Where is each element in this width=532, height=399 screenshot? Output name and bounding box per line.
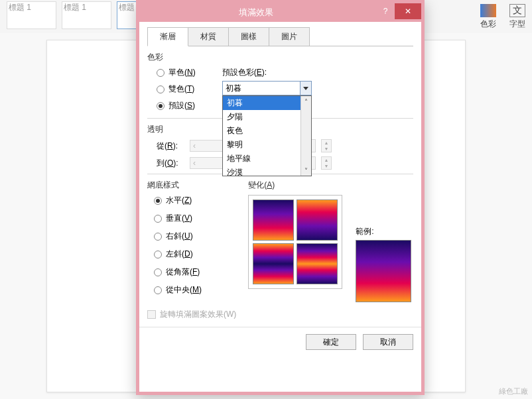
- shading-style-label: 網底樣式: [147, 180, 235, 191]
- variation-option[interactable]: [297, 200, 338, 241]
- radio-icon: [157, 69, 165, 77]
- ribbon-fonts-button[interactable]: 文 字型: [504, 2, 531, 31]
- sample-label: 範例:: [356, 226, 413, 237]
- dropdown-item[interactable]: 地平線: [223, 152, 311, 166]
- fill-effects-dialog: 填滿效果 ? ✕ 漸層 材質 圖樣 圖片 色彩 單色(N) 雙色(T): [136, 0, 425, 395]
- variation-option[interactable]: [297, 243, 338, 284]
- variation-option[interactable]: [253, 243, 294, 284]
- radio-icon: [154, 251, 162, 258]
- radio-icon: [157, 102, 165, 110]
- color-radio-group: 單色(N) 雙色(T) 預設(S): [147, 67, 196, 111]
- radio-icon: [154, 268, 162, 276]
- preset-colors-combo[interactable]: 初暮 初暮 夕陽 夜色 黎明 地平線 沙漠: [222, 81, 312, 95]
- dialog-footer: 確定 取消: [139, 327, 421, 357]
- close-button[interactable]: ✕: [395, 3, 421, 19]
- radio-one-color[interactable]: 單色(N): [157, 67, 196, 78]
- preset-dropdown: 初暮 夕陽 夜色 黎明 地平線 沙漠 ˄ ˅: [222, 95, 312, 176]
- radio-from-center[interactable]: 從中央(M): [154, 284, 235, 296]
- variations-grid: [248, 195, 342, 289]
- dropdown-item[interactable]: 黎明: [223, 138, 311, 152]
- color-group-label: 色彩: [147, 52, 413, 63]
- radio-diagonal-down[interactable]: 左斜(D): [154, 249, 235, 260]
- scroll-down-icon[interactable]: ˅: [301, 165, 311, 176]
- watermark-text: 綠色工廠: [499, 386, 528, 396]
- help-button[interactable]: ?: [375, 3, 396, 19]
- dialog-title: 填滿效果: [239, 7, 273, 19]
- ribbon-right: 色彩 文 字型: [475, 0, 531, 33]
- dropdown-item[interactable]: 夜色: [223, 124, 311, 138]
- dropdown-item[interactable]: 沙漠: [223, 166, 311, 176]
- radio-horizontal[interactable]: 水平(Z): [154, 195, 235, 206]
- dropdown-scrollbar[interactable]: ˄ ˅: [300, 96, 311, 176]
- dropdown-item[interactable]: 夕陽: [223, 110, 311, 124]
- radio-preset[interactable]: 預設(S): [157, 100, 196, 111]
- rotate-label: 旋轉填滿圖案效果(W): [160, 309, 236, 320]
- to-spinner: ▲▼: [321, 156, 332, 170]
- sample-preview: [356, 240, 411, 302]
- tab-strip: 漸層 材質 圖樣 圖片: [147, 27, 413, 46]
- shading-radio-group: 水平(Z) 垂直(V) 右斜(U) 左斜(D) 從角落(F) 從中央(M): [147, 195, 235, 296]
- to-label: 到(O):: [157, 158, 184, 169]
- tab-gradient[interactable]: 漸層: [147, 27, 188, 46]
- cancel-button[interactable]: 取消: [363, 334, 413, 350]
- tab-picture[interactable]: 圖片: [269, 27, 310, 46]
- radio-icon: [157, 86, 165, 93]
- font-icon: 文: [509, 4, 525, 17]
- radio-icon: [154, 215, 162, 223]
- radio-icon: [154, 197, 162, 205]
- ribbon-colors-button[interactable]: 色彩: [475, 2, 501, 31]
- dropdown-item[interactable]: 初暮: [223, 96, 311, 110]
- from-spinner: ▲▼: [321, 139, 332, 152]
- tab-texture[interactable]: 材質: [188, 27, 229, 46]
- palette-icon: [480, 4, 496, 17]
- radio-two-colors[interactable]: 雙色(T): [157, 84, 196, 95]
- style-gallery-item: 標題 1: [62, 1, 111, 29]
- variation-option[interactable]: [253, 200, 294, 241]
- ok-button[interactable]: 確定: [306, 334, 356, 350]
- rotate-checkbox: [147, 310, 156, 319]
- tab-pattern[interactable]: 圖樣: [228, 27, 269, 46]
- from-label: 從(R):: [157, 141, 184, 152]
- radio-from-corner[interactable]: 從角落(F): [154, 266, 235, 278]
- combo-value: 初暮: [226, 83, 241, 94]
- radio-vertical[interactable]: 垂直(V): [154, 213, 235, 224]
- scroll-up-icon[interactable]: ˄: [301, 96, 311, 107]
- style-gallery-item: 標題 1: [7, 1, 56, 29]
- close-icon: ✕: [405, 7, 411, 16]
- radio-diagonal-up[interactable]: 右斜(U): [154, 231, 235, 242]
- preset-colors-label: 預設色彩(E):: [222, 67, 413, 78]
- radio-icon: [154, 233, 162, 241]
- variations-label: 變化(A): [248, 180, 342, 191]
- dialog-titlebar[interactable]: 填滿效果 ? ✕: [139, 3, 421, 22]
- radio-icon: [154, 286, 162, 294]
- chevron-down-icon[interactable]: [300, 81, 312, 95]
